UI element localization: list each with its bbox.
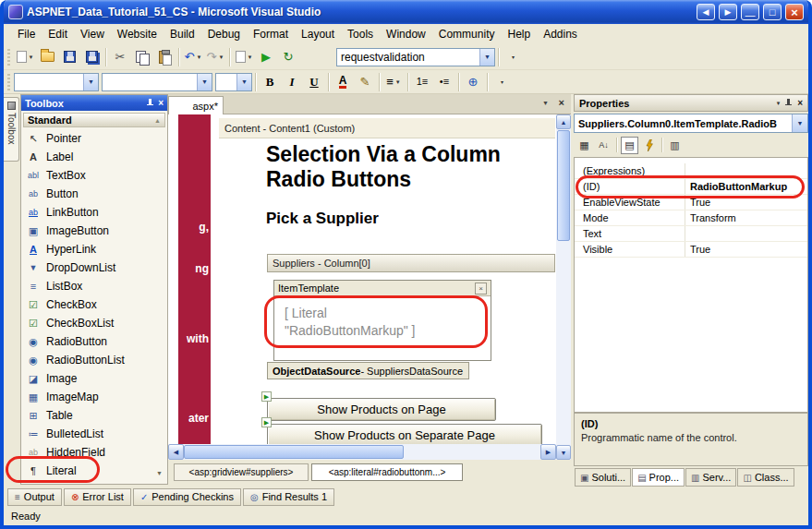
italic-button[interactable]: I <box>282 72 302 92</box>
vertical-scrollbar[interactable]: ▲ ▼ <box>556 114 571 460</box>
font-size-combo[interactable]: ▼ <box>215 73 252 91</box>
smart-tag-icon[interactable]: ▶ <box>261 391 272 402</box>
properties-view-button[interactable]: ▤ <box>621 137 638 154</box>
panel-menu-icon[interactable]: ▾ <box>777 100 781 107</box>
save-all-button[interactable] <box>81 47 102 67</box>
close-button[interactable]: × <box>785 4 804 20</box>
menu-website[interactable]: Website <box>111 26 164 42</box>
properties-close-icon[interactable]: × <box>797 98 803 108</box>
literal-control[interactable]: [ Literal "RadioButtonMarkup" ] <box>285 305 415 340</box>
font-name-combo[interactable]: ▼ <box>102 73 212 91</box>
menu-edit[interactable]: Edit <box>42 26 74 42</box>
nav-back-button[interactable]: ◀ <box>697 4 715 20</box>
property-row-expressions[interactable]: (Expressions) <box>575 163 807 179</box>
block-format-combo[interactable]: ▼ <box>14 73 99 91</box>
font-color-button[interactable]: A <box>333 72 353 92</box>
vertical-scroll-thumb[interactable] <box>557 130 570 241</box>
tab-properties[interactable]: ▤Prop... <box>632 468 685 487</box>
tag-literal-radiobutton[interactable]: <asp:literal#radiobuttonm...> <box>311 463 463 481</box>
toolbox-item-checkbox[interactable]: ☑CheckBox <box>22 295 166 314</box>
combo-dropdown-icon[interactable]: ▼ <box>236 74 251 90</box>
tag-gridview-suppliers[interactable]: <asp:gridview#suppliers> <box>174 463 309 481</box>
bold-button[interactable]: B <box>260 72 280 92</box>
gridview-header[interactable]: Suppliers - Column[0] <box>267 254 555 272</box>
tab-pending-checkins[interactable]: ✓Pending Checkins <box>133 488 241 506</box>
toolbox-item-textbox[interactable]: ablTextBox <box>22 166 166 185</box>
property-pages-button[interactable]: ▥ <box>666 137 684 154</box>
menu-build[interactable]: Build <box>164 26 201 42</box>
horizontal-scroll-thumb[interactable] <box>184 445 404 459</box>
toolbox-item-radiobutton[interactable]: ◉RadioButton <box>22 332 166 351</box>
underline-button[interactable]: U <box>304 72 324 92</box>
toolbox-category-standard[interactable]: Standard ▲ <box>23 113 165 127</box>
property-row-id[interactable]: (ID) RadioButtonMarkup <box>575 179 807 195</box>
start-debug-button[interactable]: ▶ <box>256 47 276 67</box>
document-list-dropdown-icon[interactable]: ▼ <box>542 100 549 106</box>
minimize-button[interactable]: — <box>741 4 759 20</box>
toolbox-item-hyperlink[interactable]: AHyperLink <box>22 240 166 258</box>
toolbox-item-button[interactable]: abButton <box>22 185 166 203</box>
content-placeholder-header[interactable]: Content - Content1 (Custom) <box>219 118 555 138</box>
scroll-right-icon[interactable]: ▶ <box>540 444 556 460</box>
find-combo[interactable]: requestvalidation ▼ <box>336 48 495 66</box>
copy-button[interactable] <box>132 47 152 67</box>
toolbox-item-image[interactable]: ◪Image <box>22 369 166 388</box>
tab-solution-explorer[interactable]: ▣Soluti... <box>575 468 631 487</box>
tab-server-explorer[interactable]: ▥Serv... <box>685 468 736 487</box>
menu-tools[interactable]: Tools <box>341 26 380 42</box>
property-row-mode[interactable]: Mode Transform <box>575 210 807 226</box>
check-page-button[interactable]: ↻ <box>278 47 298 67</box>
scroll-down-icon[interactable]: ▼ <box>156 470 163 476</box>
menu-layout[interactable]: Layout <box>295 26 341 42</box>
cut-button[interactable]: ✂ <box>110 47 130 67</box>
document-close-icon[interactable]: × <box>559 97 564 108</box>
combo-dropdown-icon[interactable]: ▼ <box>197 74 212 90</box>
toolbar-grip[interactable] <box>7 49 10 66</box>
combo-dropdown-icon[interactable]: ▼ <box>83 74 98 90</box>
objectdatasource-control[interactable]: ObjectDataSource - SuppliersDataSource <box>267 362 469 379</box>
menu-help[interactable]: Help <box>501 26 537 42</box>
scroll-left-icon[interactable]: ◀ <box>168 444 184 460</box>
property-row-text[interactable]: Text <box>575 226 807 242</box>
toolbox-item-literal[interactable]: ¶Literal <box>22 462 166 480</box>
align-button[interactable]: ≡▼ <box>383 72 404 92</box>
document-tab-aspx[interactable]: aspx* <box>168 96 224 114</box>
toolbox-item-dropdownlist[interactable]: ▼DropDownList <box>22 258 166 277</box>
toolbox-item-linkbutton[interactable]: abLinkButton <box>22 203 166 222</box>
toolbox-header[interactable]: Toolbox × <box>21 95 167 111</box>
bulleted-list-button[interactable]: •≡ <box>434 72 454 92</box>
highlight-button[interactable]: ✎ <box>355 72 375 92</box>
events-button[interactable] <box>640 137 658 154</box>
template-close-icon[interactable]: × <box>475 283 487 295</box>
toolbox-item-label[interactable]: ALabel <box>22 148 166 166</box>
itemtemplate-box[interactable]: ItemTemplate × [ Literal "RadioButtonMar… <box>273 280 491 361</box>
maximize-button[interactable]: □ <box>763 4 782 20</box>
toolbox-item-checkboxlist[interactable]: ☑CheckBoxList <box>22 314 166 332</box>
tab-error-list[interactable]: ⊗Error List <box>64 488 131 506</box>
show-products-on-page-button[interactable]: Show Products on Page <box>267 398 496 421</box>
toolbar-overflow-button[interactable]: ▾ <box>503 47 523 67</box>
menu-addins[interactable]: Addins <box>537 26 584 42</box>
tab-find-results[interactable]: ◎Find Results 1 <box>243 488 334 506</box>
tab-class-view[interactable]: ◫Class... <box>737 468 794 487</box>
open-file-button[interactable] <box>37 47 57 67</box>
scroll-up-icon[interactable]: ▲ <box>556 114 571 129</box>
scroll-down-icon[interactable]: ▼ <box>556 445 571 460</box>
pin-icon[interactable] <box>146 98 154 108</box>
toolbox-item-imagebutton[interactable]: ▣ImageButton <box>22 222 166 240</box>
smart-tag-icon[interactable]: ▶ <box>261 417 272 427</box>
menu-file[interactable]: File <box>11 26 42 42</box>
save-button[interactable] <box>59 47 79 67</box>
menu-window[interactable]: Window <box>380 26 432 42</box>
hyperlink-button[interactable]: ⊕ <box>463 72 483 92</box>
combo-dropdown-icon[interactable]: ▼ <box>479 49 494 66</box>
paste-button[interactable] <box>154 47 175 67</box>
toolbox-autohide-tab[interactable]: Toolbox <box>4 97 19 162</box>
toolbox-item-hiddenfield[interactable]: abHiddenField <box>22 443 166 462</box>
design-surface[interactable]: g, ng with ater Content - Content1 (Cust… <box>168 114 556 444</box>
toolbox-item-listbox[interactable]: ≡ListBox <box>22 277 166 295</box>
nav-forward-button[interactable]: ▶ <box>719 4 737 20</box>
itemtemplate-header[interactable]: ItemTemplate × <box>274 281 491 296</box>
menu-debug[interactable]: Debug <box>201 26 247 42</box>
properties-header[interactable]: Properties ▾ × <box>574 94 808 112</box>
